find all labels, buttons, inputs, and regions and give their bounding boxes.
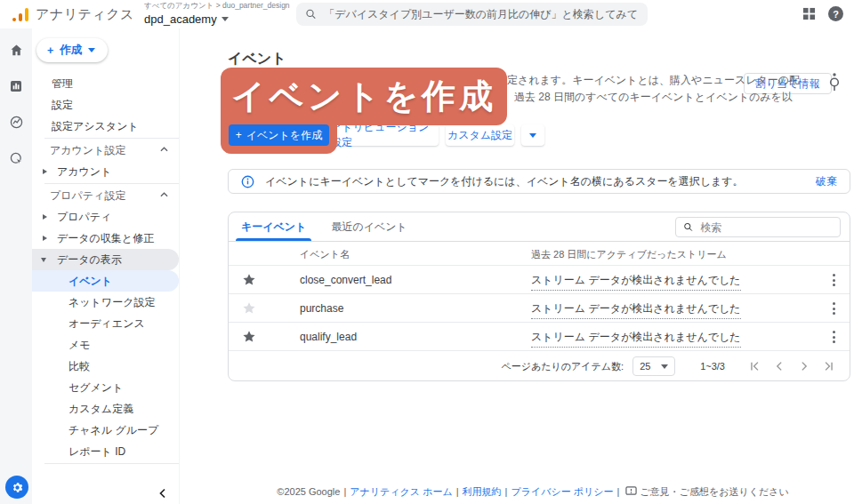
star-icon[interactable] (242, 330, 256, 344)
pagination-range: 1~3/3 (700, 361, 725, 372)
stream-status[interactable]: ストリーム データが検出されませんでした (531, 301, 741, 319)
prev-page-icon[interactable] (773, 360, 786, 372)
info-banner: イベントにキーイベントとしてマークを付けるには、イベント名の横にあるスターを選択… (228, 169, 850, 194)
plus-icon: + (236, 129, 242, 141)
feedback-icon (625, 485, 637, 497)
events-table-card: キーイベント 最近のイベント イベント名 過去 28 日間にアクティブだったスト… (228, 212, 850, 381)
sidebar-item-annotations[interactable]: メモ (32, 334, 179, 356)
page-description-line2: 過去 28 日間のすべてのキーイベントとイベントのみを以 (514, 90, 793, 105)
event-name: close_convert_lead (300, 274, 391, 286)
attribution-settings-button[interactable]: アトリビューション設定 (331, 124, 439, 146)
sidebar-item-network-settings[interactable]: ネットワーク設定 (32, 292, 179, 313)
items-per-page-select[interactable]: 25 (632, 356, 675, 376)
create-button[interactable]: + 作成 (36, 38, 108, 62)
account-breadcrumb: すべてのアカウント > duo_partner_design (144, 1, 290, 12)
analytics-logo-icon[interactable] (11, 7, 28, 21)
row-menu-icon[interactable] (833, 302, 835, 315)
annotation-label: イベントを作成 (231, 74, 496, 119)
sidebar-item-segments[interactable]: セグメント (32, 377, 179, 398)
sidebar-item-audiences[interactable]: オーディエンス (32, 313, 179, 334)
chevron-down-icon (529, 133, 536, 138)
info-icon (241, 175, 254, 188)
pagination-bar: ページあたりのアイテム数: 25 1~3/3 (229, 351, 850, 381)
table-row: close_convert_lead ストリーム データが検出されませんでした (229, 266, 850, 294)
annotation-label-box: イベントを作成 (221, 68, 507, 125)
ga-app-window: アナリティクス すべてのアカウント > duo_partner_design d… (0, 0, 854, 504)
items-per-page-label: ページあたりのアイテム数: (502, 360, 624, 373)
banner-message: イベントにキーイベントとしてマークを付けるには、イベント名の横にあるスターを選択… (265, 174, 805, 189)
admin-sidebar: + 作成 管理 設定 設定アシスタント アカウント設定 アカウント プロパティ設… (32, 28, 180, 504)
plus-icon: + (47, 44, 53, 57)
collapse-sidebar-icon[interactable] (157, 488, 168, 499)
column-event-name: イベント名 (300, 248, 350, 261)
sidebar-item-settings[interactable]: 設定 (32, 94, 179, 116)
caret-right-icon (43, 169, 47, 174)
gear-icon (11, 481, 24, 494)
row-menu-icon[interactable] (833, 274, 835, 286)
tab-recent-events[interactable]: 最近のイベント (331, 212, 407, 241)
admin-gear-button[interactable] (5, 476, 28, 499)
star-icon[interactable] (242, 273, 256, 287)
page-footer: ©2025 Google|アナリティクス ホーム|利用規約|プライバシー ポリシ… (180, 485, 854, 499)
page-title: イベント (228, 50, 286, 68)
reports-icon[interactable] (9, 79, 23, 93)
property-name: dpd_academy (144, 12, 217, 26)
diagnostics-grid-icon[interactable] (802, 7, 816, 20)
top-bar: アナリティクス すべてのアカウント > duo_partner_design d… (0, 0, 854, 28)
table-header-row: イベント名 過去 28 日間にアクティブだったストリーム (229, 242, 850, 266)
chevron-down-icon (88, 48, 95, 52)
custom-settings-button[interactable]: カスタム設定 (446, 124, 514, 146)
sidebar-item-data-display[interactable]: データの表示 (32, 249, 179, 270)
create-event-button[interactable]: + イベントを作成 (229, 124, 329, 146)
divider (44, 138, 179, 139)
sidebar-item-custom-definitions[interactable]: カスタム定義 (32, 398, 179, 420)
event-name: purchase (300, 302, 343, 315)
sidebar-section-account-settings[interactable]: アカウント設定 (32, 140, 179, 161)
search-icon (683, 221, 693, 233)
first-page-icon[interactable] (748, 360, 761, 372)
next-page-icon[interactable] (798, 360, 810, 372)
sidebar-item-account[interactable]: アカウント (32, 161, 179, 182)
copyright: ©2025 Google (277, 486, 340, 497)
stream-status[interactable]: ストリーム データが検出されませんでした (531, 273, 741, 291)
global-search[interactable] (296, 3, 648, 26)
tab-key-events[interactable]: キーイベント (241, 212, 306, 241)
insights-icon[interactable] (827, 71, 842, 94)
page-description-line1: 定されます。キーイベントとは、購入やニュースレターの配 (507, 73, 800, 88)
sidebar-item-channel-groups[interactable]: チャネル グループ (32, 420, 179, 441)
divider (44, 463, 179, 464)
sidebar-item-property[interactable]: プロパティ (32, 206, 179, 228)
footer-link-terms[interactable]: 利用規約 (463, 486, 502, 497)
last-page-icon[interactable] (823, 360, 835, 372)
advertising-icon[interactable] (9, 151, 24, 166)
sidebar-item-admin[interactable]: 管理 (32, 73, 179, 94)
chevron-down-icon (661, 364, 668, 369)
sidebar-section-property-settings[interactable]: プロパティ設定 (32, 185, 179, 206)
footer-link-analytics-home[interactable]: アナリティクス ホーム (350, 486, 452, 497)
footer-link-privacy[interactable]: プライバシー ポリシー (511, 486, 613, 497)
global-search-input[interactable] (324, 8, 639, 20)
sidebar-item-setup-assistant[interactable]: 設定アシスタント (32, 116, 179, 137)
sidebar-item-data-collection[interactable]: データの収集と修正 (32, 228, 179, 249)
caret-down-icon (41, 258, 46, 262)
stream-status[interactable]: ストリーム データが検出されませんでした (531, 330, 741, 348)
star-icon[interactable] (242, 301, 256, 316)
events-page: イベント 定されます。キーイベントとは、購入やニュースレターの配 過去 28 日… (180, 28, 854, 504)
explore-icon[interactable] (9, 115, 24, 130)
table-search-input[interactable] (700, 221, 833, 234)
feedback-label[interactable]: ご意見・ご感想をお送りください (640, 486, 788, 497)
sidebar-item-events[interactable]: イベント (32, 270, 179, 292)
help-icon[interactable]: ? (828, 6, 843, 21)
sidebar-item-report-id[interactable]: レポート ID (32, 441, 179, 462)
chevron-up-icon (160, 192, 168, 197)
search-icon (305, 8, 317, 20)
chevron-up-icon (160, 147, 168, 152)
table-search[interactable] (675, 217, 841, 237)
account-switcher[interactable]: すべてのアカウント > duo_partner_design dpd_acade… (144, 1, 290, 26)
more-options-button[interactable] (521, 124, 544, 146)
row-menu-icon[interactable] (833, 331, 835, 343)
sidebar-item-comparisons[interactable]: 比較 (32, 356, 179, 377)
caret-right-icon (43, 214, 47, 220)
home-icon[interactable] (9, 43, 24, 58)
dismiss-link[interactable]: 破棄 (816, 174, 837, 189)
